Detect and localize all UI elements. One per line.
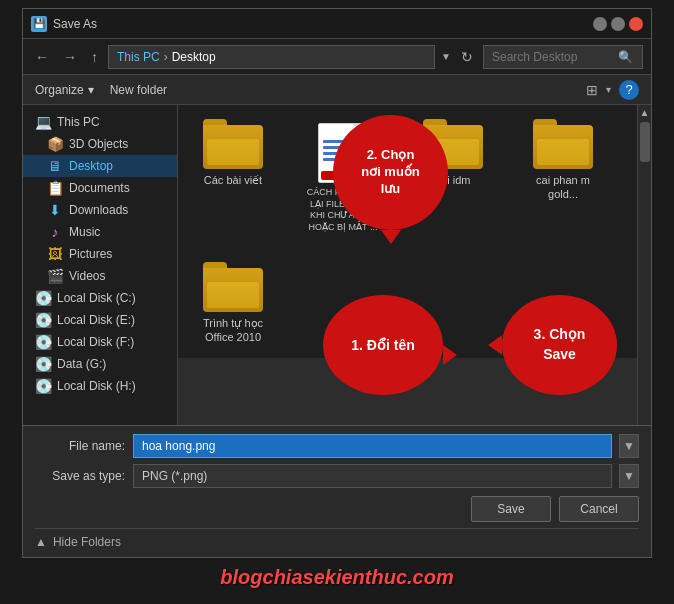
sidebar-item-downloads[interactable]: ⬇ Downloads xyxy=(23,199,177,221)
file-name-label: File name: xyxy=(35,439,125,453)
sidebar-label-drivee: Local Disk (E:) xyxy=(57,313,135,327)
sidebar-label-desktop: Desktop xyxy=(69,159,113,173)
sidebar-item-thispc[interactable]: 💻 This PC xyxy=(23,111,177,133)
refresh-button[interactable]: ↻ xyxy=(457,47,477,67)
sidebar-item-3dobjects[interactable]: 📦 3D Objects xyxy=(23,133,177,155)
toolbar: Organize ▾ New folder ⊞ ▾ ? xyxy=(23,75,651,105)
sidebar-label-drivef: Local Disk (F:) xyxy=(57,335,134,349)
sidebar-item-driveh[interactable]: 💽 Local Disk (H:) xyxy=(23,375,177,397)
sidebar-item-datag[interactable]: 💽 Data (G:) xyxy=(23,353,177,375)
sidebar-item-music[interactable]: ♪ Music xyxy=(23,221,177,243)
address-dropdown-icon[interactable]: ▼ xyxy=(441,51,451,62)
save-type-dropdown-arrow[interactable]: ▼ xyxy=(619,464,639,488)
file-name-input[interactable] xyxy=(133,434,612,458)
view-button[interactable]: ⊞ xyxy=(586,82,598,98)
drivee-icon: 💽 xyxy=(35,312,51,328)
sidebar-label-documents: Documents xyxy=(69,181,130,195)
address-bar: ← → ↑ This PC › Desktop ▼ ↻ 🔍 xyxy=(23,39,651,75)
sidebar-item-drivef[interactable]: 💽 Local Disk (F:) xyxy=(23,331,177,353)
search-box[interactable]: 🔍 xyxy=(483,45,643,69)
save-button[interactable]: Save xyxy=(471,496,551,522)
documents-icon: 📋 xyxy=(47,180,63,196)
scrollbar-thumb[interactable] xyxy=(640,122,650,162)
title-bar-left: 💾 Save As xyxy=(31,16,97,32)
sidebar-label-videos: Videos xyxy=(69,269,105,283)
scroll-up-icon[interactable]: ▲ xyxy=(640,107,650,118)
sidebar-label-driveh: Local Disk (H:) xyxy=(57,379,136,393)
annotation-step3-text: 3. ChọnSave xyxy=(534,325,586,364)
scrollbar-track: ▲ xyxy=(637,105,651,425)
bottom-area: File name: ▼ Save as type: PNG (*.png) ▼… xyxy=(23,425,651,557)
sidebar-label-pictures: Pictures xyxy=(69,247,112,261)
sidebar-item-drivec[interactable]: 💽 Local Disk (C:) xyxy=(23,287,177,309)
annotation-step1-text: 1. Đổi tên xyxy=(351,336,414,354)
desktop-icon: 🖥 xyxy=(47,158,63,174)
breadcrumb-thispc[interactable]: This PC xyxy=(117,50,160,64)
breadcrumb-desktop[interactable]: Desktop xyxy=(172,50,216,64)
sidebar: 💻 This PC 📦 3D Objects 🖥 Desktop 📋 Docum… xyxy=(23,105,178,425)
view-dropdown-icon: ▾ xyxy=(606,84,611,95)
window-controls xyxy=(593,17,643,31)
save-type-row: Save as type: PNG (*.png) ▼ xyxy=(35,464,639,488)
thispc-icon: 💻 xyxy=(35,114,51,130)
folder-icon-caiphanm xyxy=(533,119,593,169)
file-label-caiphanm: cai phan m gold... xyxy=(522,173,604,202)
sidebar-item-desktop[interactable]: 🖥 Desktop xyxy=(23,155,177,177)
minimize-button[interactable] xyxy=(593,17,607,31)
sidebar-item-videos[interactable]: 🎬 Videos xyxy=(23,265,177,287)
blog-watermark: blogchiasekienthuc.com xyxy=(220,558,453,593)
sidebar-label-3dobjects: 3D Objects xyxy=(69,137,128,151)
folder-icon xyxy=(203,119,263,169)
file-item-caiphanm[interactable]: cai phan m gold... xyxy=(518,115,608,238)
help-button[interactable]: ? xyxy=(619,80,639,100)
file-label-trinhtu: Trình tự học Office 2010 xyxy=(192,316,274,345)
cancel-button[interactable]: Cancel xyxy=(559,496,639,522)
sidebar-label-drivec: Local Disk (C:) xyxy=(57,291,136,305)
annotation-step2: 2. Chọnnơi muốnlưu xyxy=(333,115,448,230)
sidebar-item-pictures[interactable]: 🖼 Pictures xyxy=(23,243,177,265)
downloads-icon: ⬇ xyxy=(47,202,63,218)
3dobjects-icon: 📦 xyxy=(47,136,63,152)
hide-folders-label[interactable]: Hide Folders xyxy=(53,535,121,549)
breadcrumb-bar[interactable]: This PC › Desktop xyxy=(108,45,435,69)
action-row: Save Cancel xyxy=(35,496,639,522)
annotation-step3: 3. ChọnSave xyxy=(502,295,617,395)
save-type-select[interactable]: PNG (*.png) xyxy=(133,464,612,488)
sidebar-label-datag: Data (G:) xyxy=(57,357,106,371)
file-item-trinhtu[interactable]: Trình tự học Office 2010 xyxy=(188,258,278,349)
toolbar-right: ⊞ ▾ ? xyxy=(586,80,639,100)
file-area-container: Các bài viết W CÁCH PHỤC HỒI LẠI FILE xyxy=(178,105,637,425)
sidebar-item-documents[interactable]: 📋 Documents xyxy=(23,177,177,199)
app-icon: 💾 xyxy=(31,16,47,32)
new-folder-button[interactable]: New folder xyxy=(110,83,167,97)
forward-button[interactable]: → xyxy=(59,47,81,67)
sidebar-label-thispc: This PC xyxy=(57,115,100,129)
main-area: 💻 This PC 📦 3D Objects 🖥 Desktop 📋 Docum… xyxy=(23,105,651,425)
sidebar-item-drivee[interactable]: 💽 Local Disk (E:) xyxy=(23,309,177,331)
hide-folders-icon: ▲ xyxy=(35,535,47,549)
breadcrumb-sep: › xyxy=(164,50,168,64)
search-icon: 🔍 xyxy=(618,50,633,64)
driveh-icon: 💽 xyxy=(35,378,51,394)
dialog-title: Save As xyxy=(53,17,97,31)
file-label-caibaivet: Các bài viết xyxy=(204,173,262,187)
search-input[interactable] xyxy=(492,50,612,64)
organize-button[interactable]: Organize ▾ xyxy=(35,83,94,97)
save-type-label: Save as type: xyxy=(35,469,125,483)
sidebar-label-music: Music xyxy=(69,225,100,239)
annotation-step2-text: 2. Chọnnơi muốnlưu xyxy=(361,147,420,198)
file-name-row: File name: ▼ xyxy=(35,434,639,458)
folder-icon-trinhtu xyxy=(203,262,263,312)
maximize-button[interactable] xyxy=(611,17,625,31)
drivef-icon: 💽 xyxy=(35,334,51,350)
save-as-dialog: 💾 Save As ← → ↑ This PC › Desktop ▼ ↻ 🔍 … xyxy=(22,8,652,558)
close-button[interactable] xyxy=(629,17,643,31)
hide-folders-row: ▲ Hide Folders xyxy=(35,528,639,549)
file-item-caibaivet[interactable]: Các bài viết xyxy=(188,115,278,238)
sidebar-label-downloads: Downloads xyxy=(69,203,128,217)
datag-icon: 💽 xyxy=(35,356,51,372)
file-name-dropdown-arrow[interactable]: ▼ xyxy=(619,434,639,458)
annotation-step1: 1. Đổi tên xyxy=(323,295,443,395)
up-button[interactable]: ↑ xyxy=(87,47,102,67)
back-button[interactable]: ← xyxy=(31,47,53,67)
